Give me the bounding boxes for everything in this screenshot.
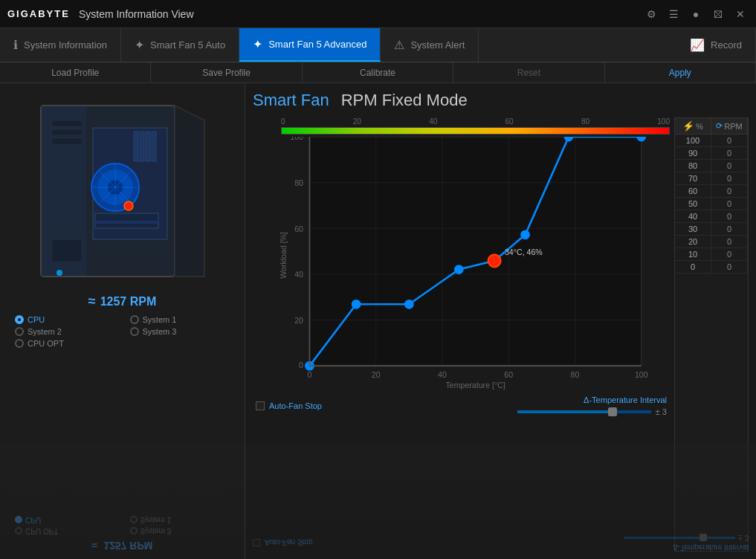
rpm-cell-pct[interactable]: 10	[675, 248, 711, 260]
rpm-cell-pct[interactable]: 20	[675, 236, 711, 248]
fan-sources: CPU System 1 System 2 System 3 CPU OPT	[7, 315, 237, 348]
rpm-table-row: 30 0	[675, 223, 748, 236]
rpm-cell-rpm[interactable]: 0	[711, 248, 748, 260]
rpm-cell-rpm[interactable]: 0	[711, 172, 748, 184]
rpm-table-row: 80 0	[675, 160, 748, 172]
calibrate-button[interactable]: Calibrate	[303, 62, 453, 83]
temp-color-bar	[281, 127, 670, 135]
load-profile-button[interactable]: Load Profile	[0, 62, 151, 83]
tab-record[interactable]: 📈 Record	[676, 28, 756, 62]
rpm-cell-pct[interactable]: 70	[675, 172, 711, 184]
cpu-opt-radio-indicator	[15, 339, 24, 348]
rpm-cell-pct[interactable]: 30	[675, 223, 711, 235]
svg-text:80: 80	[294, 178, 303, 187]
menu-icon[interactable]: ☰	[665, 6, 682, 22]
svg-rect-22	[95, 221, 158, 224]
tab-system-alert[interactable]: ⚠ System Alert	[381, 28, 479, 62]
delta-slider-thumb[interactable]	[608, 407, 617, 416]
rpm-cell-pct[interactable]: 40	[675, 210, 711, 222]
rpm-col-pct-header: ⚡ %	[675, 118, 711, 134]
settings-icon[interactable]: ⚙	[643, 6, 659, 22]
chart-title-smart: Smart Fan	[253, 91, 329, 110]
rpm-cell-pct[interactable]: 60	[675, 185, 711, 197]
rpm-cell-rpm[interactable]: 0	[711, 198, 748, 210]
system-alert-icon: ⚠	[394, 38, 404, 52]
svg-text:60: 60	[294, 224, 303, 233]
auto-fan-stop-label: Auto-Fan Stop	[269, 401, 322, 410]
system1-radio-indicator	[130, 315, 139, 324]
record-icon: 📈	[690, 38, 705, 52]
fan-source-cpu[interactable]: CPU	[15, 315, 115, 324]
sub-toolbar: Load Profile Save Profile Calibrate Rese…	[0, 62, 756, 83]
rpm-table-row: 10 0	[675, 248, 748, 261]
delta-slider-row: ± 3	[517, 407, 667, 416]
svg-rect-7	[52, 138, 82, 144]
close-icon[interactable]: ✕	[732, 6, 749, 22]
rpm-cell-rpm[interactable]: 0	[711, 185, 748, 197]
fan-chart-container[interactable]: 100 80 60 40 20 0 0 20 40 60 80 100	[253, 137, 670, 390]
chart-wrap: 0 20 40 60 80 100	[253, 117, 670, 552]
rpm-cell-pct[interactable]: 100	[675, 135, 711, 146]
rpm-cell-rpm[interactable]: 0	[711, 160, 748, 172]
title-bar: GIGABYTE System Information View ⚙ ☰ ● ⛝…	[0, 0, 756, 28]
chart-area-container: 0 20 40 60 80 100	[253, 117, 749, 552]
rpm-cell-rpm[interactable]: 0	[711, 261, 748, 273]
app-title: System Information View	[79, 8, 643, 20]
delta-temp-control: Δ-Temperature Interval ± 3	[517, 395, 667, 416]
rpm-table-row: 70 0	[675, 172, 748, 185]
rpm-table-header: ⚡ % ⟳ RPM	[675, 118, 748, 135]
rpm-cell-rpm[interactable]: 0	[711, 223, 748, 235]
svg-text:0: 0	[308, 370, 312, 379]
svg-text:Temperature [°C]: Temperature [°C]	[445, 381, 505, 390]
app-logo: GIGABYTE	[7, 8, 70, 19]
right-panel: Smart Fan RPM Fixed Mode 0 20 40 60 80	[245, 83, 756, 559]
fan-source-system2[interactable]: System 2	[15, 327, 115, 336]
apply-button[interactable]: Apply	[605, 62, 756, 83]
tab-smart-fan-advanced[interactable]: ✦ Smart Fan 5 Advanced	[239, 28, 381, 62]
save-profile-button[interactable]: Save Profile	[151, 62, 302, 83]
rpm-cell-rpm[interactable]: 0	[711, 147, 748, 159]
auto-fan-stop[interactable]: Auto-Fan Stop	[256, 401, 322, 410]
rpm-cell-pct[interactable]: 0	[675, 261, 711, 273]
rpm-cell-pct[interactable]: 80	[675, 160, 711, 172]
svg-text:80: 80	[571, 370, 580, 379]
tab-system-info[interactable]: ℹ System Information	[0, 28, 121, 62]
maximize-icon[interactable]: ⛝	[710, 6, 726, 22]
rpm-cell-rpm[interactable]: 0	[711, 135, 748, 146]
svg-rect-9	[134, 132, 138, 161]
svg-text:100: 100	[290, 137, 303, 141]
fan-source-system1[interactable]: System 1	[130, 315, 230, 324]
svg-rect-25	[310, 137, 642, 366]
chart-title-mode: RPM Fixed Mode	[341, 91, 468, 110]
auto-fan-stop-checkbox[interactable]	[256, 401, 265, 410]
rpm-table-row: 40 0	[675, 210, 748, 223]
svg-text:Workload [%]: Workload [%]	[279, 232, 288, 279]
svg-text:40: 40	[294, 270, 303, 279]
svg-text:0: 0	[299, 361, 303, 369]
rpm-cell-pct[interactable]: 50	[675, 198, 711, 210]
delta-temp-value: ± 3	[656, 407, 667, 416]
rpm-table-row: 0 0	[675, 261, 748, 274]
svg-text:40: 40	[438, 370, 447, 379]
reset-button[interactable]: Reset	[453, 62, 604, 83]
svg-point-20	[124, 201, 133, 210]
rpm-cell-rpm[interactable]: 0	[711, 210, 748, 222]
rpm-table-row: 100 0	[675, 135, 748, 147]
system3-radio-indicator	[130, 327, 139, 336]
left-panel: ≈ 1257 RPM CPU System 1 System 2 System …	[0, 83, 245, 559]
rpm-cell-pct[interactable]: 90	[675, 147, 711, 159]
pc-illustration	[19, 91, 227, 288]
tab-smart-fan-auto[interactable]: ✦ Smart Fan 5 Auto	[121, 28, 239, 62]
svg-rect-11	[146, 132, 150, 161]
svg-rect-10	[140, 132, 144, 161]
active-point-label: 34°C, 46%	[505, 248, 543, 256]
svg-point-55	[455, 265, 463, 274]
svg-text:100: 100	[635, 370, 648, 379]
rpm-cell-rpm[interactable]: 0	[711, 236, 748, 248]
fan-source-system3[interactable]: System 3	[130, 327, 230, 336]
fan-source-cpu-opt[interactable]: CPU OPT	[15, 339, 115, 348]
svg-rect-23	[52, 239, 82, 262]
svg-text:60: 60	[504, 370, 513, 379]
svg-text:20: 20	[372, 370, 381, 379]
minimize-icon[interactable]: ●	[688, 6, 704, 22]
